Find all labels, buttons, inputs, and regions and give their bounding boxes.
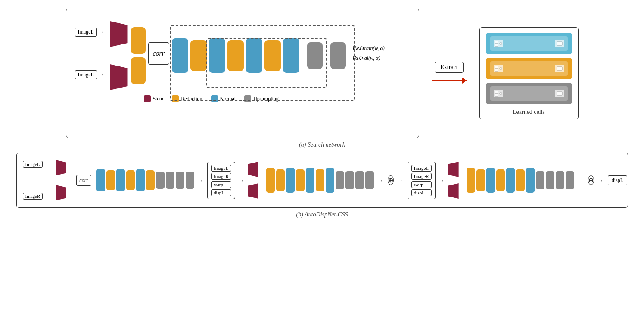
- b-orange-1: [106, 170, 115, 190]
- r-gray-3: [556, 171, 564, 189]
- legend-stem: Stem: [144, 95, 164, 102]
- learned-cell-gray: [486, 83, 572, 104]
- top-section: ImageL → ImageR →: [9, 9, 635, 138]
- funnel-top-1: [248, 162, 261, 177]
- bottom-corr-1: corr: [76, 175, 91, 186]
- r-blue-3: [526, 168, 535, 193]
- bottom-imager-label: ImageR: [23, 193, 43, 200]
- bottom-blocks-3: [467, 168, 574, 193]
- cell-node-2: [555, 40, 564, 47]
- b-gray-1: [156, 172, 165, 189]
- gray-block-2: [330, 42, 346, 69]
- bottom-blocks-1: [96, 169, 194, 191]
- bottom-stem-bottom-1: [53, 185, 66, 200]
- m-orange-4: [316, 169, 324, 191]
- b-gray-4: [186, 172, 194, 189]
- arrow-1: →: [199, 178, 203, 183]
- cell-line-1: [505, 44, 553, 44]
- arrow-7: →: [599, 178, 603, 183]
- svg-rect-7: [495, 69, 498, 71]
- arrow-2: →: [240, 178, 244, 183]
- b-blue-1: [96, 169, 105, 191]
- m-orange-1: [266, 168, 275, 193]
- m-gray-2: [345, 171, 354, 189]
- m-orange-2: [276, 169, 285, 191]
- bottom-caption-text: (b) AutoDispNet-CSS: [296, 211, 348, 218]
- learned-cells-box: Learned cells: [479, 27, 579, 119]
- svg-rect-13: [495, 94, 498, 96]
- decoder-funnel-2: [448, 162, 461, 199]
- sub2-displ: dispL: [411, 189, 432, 196]
- orange-block-3: [190, 40, 207, 71]
- css-diagram: ImageL → ImageR → corr: [16, 153, 628, 208]
- legend-stem-label: Stem: [153, 96, 164, 102]
- bottom-caption: (b) AutoDispNet-CSS: [296, 211, 348, 218]
- sub-imager: ImageR: [211, 173, 231, 180]
- r-orange-3: [496, 169, 505, 191]
- funnel-bottom-2: [448, 183, 461, 199]
- m-orange-3: [296, 169, 305, 191]
- r-gray-1: [536, 171, 544, 189]
- sub2-imagel: ImageL: [411, 165, 432, 172]
- svg-rect-17: [557, 92, 562, 95]
- disp-output-label: dispL: [608, 175, 627, 185]
- bottom-stem-pair-1: [53, 160, 66, 200]
- sub-imagel: ImageL: [211, 165, 231, 172]
- extract-section: Extract: [432, 62, 467, 85]
- cell-node-6: [555, 90, 564, 97]
- svg-rect-0: [495, 41, 498, 43]
- r-orange-4: [516, 169, 525, 191]
- learned-cell-blue: [486, 33, 572, 54]
- arrow-6: →: [579, 178, 583, 183]
- svg-rect-1: [495, 44, 498, 46]
- legend-upsampling-color: [244, 95, 251, 102]
- bottom-section: ImageL → ImageR → corr: [9, 153, 635, 222]
- stem-bottom-block: [106, 64, 128, 90]
- b-blue-2: [116, 169, 125, 191]
- m-gray-3: [355, 171, 364, 189]
- sub-warp: warp: [211, 181, 231, 188]
- svg-rect-16: [500, 93, 502, 94]
- legend-reduction: Reduction: [172, 95, 202, 102]
- stem-blocks: [106, 21, 128, 90]
- search-network-box: ImageL → ImageR →: [66, 9, 419, 138]
- plus-circle-2: ⊕: [588, 175, 594, 185]
- bottom-arrow-r: →: [44, 194, 48, 199]
- svg-rect-6: [495, 66, 498, 68]
- orange-block-5: [264, 40, 281, 71]
- eq1: ∇wℒtrain(w, α): [352, 45, 385, 52]
- b-orange-3: [146, 170, 155, 190]
- b-orange-2: [126, 170, 135, 190]
- legend-reduction-label: Reduction: [181, 96, 202, 102]
- top-caption-text: (a) Search network: [299, 141, 345, 148]
- plus-circle-1: ⊕: [388, 175, 394, 185]
- arrow-5: →: [440, 178, 444, 183]
- corr-box: corr: [148, 42, 170, 65]
- legend-normal-label: Normal: [220, 96, 236, 102]
- equations-block: ∇wℒtrain(w, α) ∇αℒval(w, α): [352, 45, 385, 62]
- funnel-top-2: [448, 162, 461, 177]
- orange-block-2: [131, 57, 146, 84]
- stem-top-block: [106, 21, 128, 47]
- arrow-3: →: [379, 178, 383, 183]
- cell-line-2: [505, 69, 553, 69]
- m-gray-1: [336, 171, 344, 189]
- legend-stem-color: [144, 95, 151, 102]
- sub-input-box-2: ImageL ImageR warp dispL: [408, 162, 436, 199]
- bottom-stem-top-1: [53, 160, 66, 175]
- orange-block-1: [131, 27, 146, 54]
- learned-cells-label: Learned cells: [513, 109, 545, 116]
- bottom-arrow-l: →: [44, 162, 48, 167]
- r-gray-4: [566, 171, 574, 189]
- cell-inner-blue: [490, 36, 568, 51]
- cell-line-3: [505, 94, 553, 94]
- svg-rect-11: [557, 67, 562, 70]
- extract-arrow: [432, 76, 467, 85]
- cell-node-1: [494, 40, 503, 47]
- m-blue-1: [286, 168, 295, 193]
- b-blue-3: [136, 169, 145, 191]
- arrow-imagel: →: [99, 29, 104, 35]
- r-orange-1: [467, 168, 475, 193]
- r-gray-2: [546, 171, 554, 189]
- m-gray-4: [365, 171, 374, 189]
